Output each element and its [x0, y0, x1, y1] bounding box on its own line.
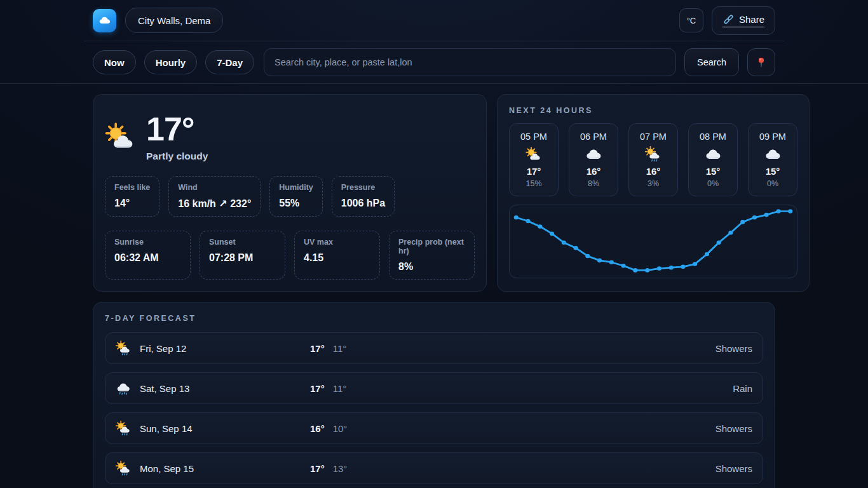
day-high-temp: 17°	[310, 343, 325, 354]
use-my-location-button[interactable]	[747, 48, 775, 76]
main-content: 17° Partly cloudy Feels like 14° Wind 16…	[0, 84, 868, 488]
day-condition: Showers	[347, 463, 752, 474]
cloud-logo-icon	[98, 14, 111, 27]
nav-bar: Now Hourly 7-Day Search	[84, 41, 784, 83]
day-name: Sat, Sep 13	[140, 383, 310, 394]
day-condition: Showers	[346, 343, 752, 354]
hour-card: 08 PM 15° 0%	[688, 123, 738, 196]
hour-temp: 15°	[752, 166, 793, 177]
tab-now[interactable]: Now	[93, 50, 136, 74]
sun-behind-rain-cloud-icon	[116, 461, 132, 477]
stat-pressure: Pressure 1006 hPa	[332, 176, 395, 217]
seven-day-forecast-card: 7-DAY FORECAST Fri, Sep 12 17° 11° Showe…	[93, 302, 775, 488]
day-low-temp: 10°	[333, 423, 348, 434]
hour-card: 07 PM 16° 3%	[628, 123, 678, 196]
stat-feels-like: Feels like 14°	[105, 176, 159, 217]
day-row-sat: Sat, Sep 13 17° 11° Rain	[105, 372, 763, 404]
cloud-icon	[764, 146, 781, 163]
stat-label: Pressure	[341, 183, 385, 192]
daily-section-title: 7-DAY FORECAST	[105, 314, 763, 323]
app-header: City Walls, Dema °C Share Now Hourly 7-D…	[0, 0, 868, 84]
stat-humidity: Humidity 55%	[269, 176, 322, 217]
hour-card: 06 PM 16° 8%	[569, 123, 618, 196]
stat-value: 8%	[398, 261, 465, 273]
hour-precip: 15%	[513, 179, 554, 188]
share-button[interactable]: Share	[712, 6, 775, 35]
hour-precip: 8%	[573, 179, 614, 188]
stat-value: 06:32 AM	[114, 252, 181, 264]
tab-hourly[interactable]: Hourly	[144, 50, 198, 74]
stat-label: Sunrise	[114, 238, 181, 247]
hour-time: 09 PM	[752, 132, 793, 142]
unit-toggle-button[interactable]: °C	[679, 8, 703, 32]
hour-card: 09 PM 15° 0%	[748, 123, 797, 196]
sun-behind-cloud-icon	[526, 146, 542, 163]
stat-label: UV max	[304, 238, 370, 247]
current-conditions-card: 17° Partly cloudy Feels like 14° Wind 16…	[93, 94, 487, 292]
temp-trend-line-chart	[510, 205, 797, 278]
search-button[interactable]: Search	[684, 48, 739, 76]
location-label: City Walls, Dema	[138, 15, 210, 26]
sun-behind-rain-cloud-icon	[116, 341, 132, 356]
stat-value: 16 km/h ↗ 232°	[178, 198, 251, 210]
app-logo	[93, 9, 116, 32]
stat-sunrise: Sunrise 06:32 AM	[105, 231, 191, 280]
hour-precip: 3%	[633, 179, 674, 188]
hour-precip: 0%	[752, 179, 793, 188]
hour-temp: 16°	[633, 166, 674, 177]
tab-7day[interactable]: 7-Day	[205, 50, 254, 74]
current-stats-row-1: Feels like 14° Wind 16 km/h ↗ 232° Humid…	[105, 176, 475, 217]
link-icon	[722, 13, 735, 25]
stat-label: Humidity	[279, 183, 313, 192]
stat-label: Precip prob (next hr)	[398, 238, 465, 255]
share-button-inner: Share	[722, 13, 764, 27]
hour-precip: 0%	[693, 179, 733, 188]
cloud-icon	[585, 146, 602, 163]
stat-value: 55%	[279, 198, 313, 209]
pushpin-icon	[755, 56, 768, 69]
hour-time: 05 PM	[513, 132, 554, 142]
stat-value: 1006 hPa	[341, 198, 385, 209]
rain-cloud-icon	[116, 381, 132, 396]
current-summary: 17° Partly cloudy	[105, 112, 475, 162]
day-high-temp: 17°	[310, 463, 325, 474]
day-low-temp: 13°	[333, 463, 348, 474]
next-24-hours-card: NEXT 24 HOURS 05 PM 17° 15% 06 PM 16° 8%	[497, 94, 810, 292]
day-row-fri: Fri, Sep 12 17° 11° Showers	[105, 332, 763, 364]
stat-sunset: Sunset 07:28 PM	[200, 231, 285, 280]
stat-precip-prob: Precip prob (next hr) 8%	[389, 231, 475, 280]
hour-time: 07 PM	[633, 132, 674, 142]
stat-wind: Wind 16 km/h ↗ 232°	[168, 176, 261, 217]
hour-temp: 16°	[573, 166, 614, 177]
sun-behind-rain-cloud-icon	[645, 146, 661, 163]
sun-behind-rain-cloud-icon	[116, 421, 132, 437]
stat-uv-max: UV max 4.15	[294, 231, 380, 280]
stat-value: 14°	[114, 198, 150, 209]
location-button[interactable]: City Walls, Dema	[125, 8, 223, 33]
sun-behind-cloud-icon	[105, 121, 137, 153]
search-input[interactable]	[264, 48, 676, 76]
hourly-temp-chart	[509, 205, 797, 278]
stat-label: Wind	[178, 183, 251, 192]
day-name: Mon, Sep 15	[140, 463, 310, 474]
current-temperature: 17°	[146, 112, 208, 146]
day-row-sun: Sun, Sep 14 16° 10° Showers	[105, 412, 763, 444]
current-stats-row-2: Sunrise 06:32 AM Sunset 07:28 PM UV max …	[105, 231, 475, 280]
day-high-temp: 17°	[310, 383, 325, 394]
stat-label: Feels like	[114, 183, 150, 192]
day-condition: Rain	[346, 383, 752, 394]
day-low-temp: 11°	[333, 383, 347, 394]
day-high-temp: 16°	[310, 423, 325, 434]
stat-value: 4.15	[304, 252, 370, 264]
day-low-temp: 11°	[333, 343, 347, 354]
hour-temp: 15°	[693, 166, 733, 177]
top-bar: City Walls, Dema °C Share	[84, 0, 784, 41]
hourly-section-title: NEXT 24 HOURS	[509, 106, 797, 115]
cloud-icon	[705, 146, 721, 163]
hourly-scroller[interactable]: 05 PM 17° 15% 06 PM 16° 8% 07 PM	[509, 123, 797, 196]
share-label: Share	[739, 14, 764, 25]
stat-label: Sunset	[209, 238, 276, 247]
current-condition-text: Partly cloudy	[146, 151, 208, 162]
day-name: Fri, Sep 12	[140, 343, 310, 354]
day-name: Sun, Sep 14	[140, 423, 310, 434]
